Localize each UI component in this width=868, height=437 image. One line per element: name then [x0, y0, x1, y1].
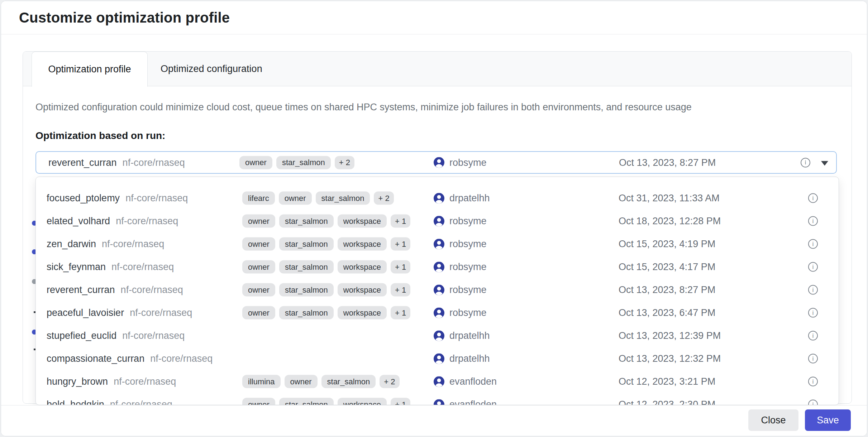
user-avatar-icon [434, 239, 444, 249]
run-title: sick_feynman nf-core/rnaseq [47, 261, 174, 273]
run-extra-tags-badge: + 1 [391, 283, 410, 297]
run-tag: owner [242, 306, 275, 320]
run-tag: owner [285, 375, 318, 388]
run-pipeline: nf-core/rnaseq [130, 307, 192, 318]
run-tag: owner [279, 192, 312, 205]
run-extra-tags-badge: + 2 [380, 375, 399, 388]
user-avatar-icon [434, 261, 444, 272]
run-tag: owner [239, 156, 272, 169]
run-user: robsyme [434, 284, 487, 296]
run-title: zen_darwin nf-core/rnaseq [47, 239, 164, 250]
run-tags: ownerstar_salmonworkspace+ 1 [242, 306, 410, 320]
customize-optimization-profile-dialog: Customize optimization profile Optimizat… [0, 0, 868, 437]
tab-strip: Optimization profile Optimized configura… [23, 52, 852, 86]
user-avatar-icon [434, 157, 444, 168]
run-option[interactable]: hungry_brown nf-core/rnaseq illuminaowne… [36, 370, 839, 393]
run-date: Oct 12, 2023, 2:30 PM [619, 399, 715, 405]
selected-run-user-name: robsyme [449, 157, 487, 168]
run-user-name: drpatelhh [449, 330, 490, 341]
run-tag: workspace [338, 283, 387, 297]
run-tag: star_salmon [321, 375, 376, 388]
run-date: Oct 15, 2023, 4:19 PM [619, 239, 715, 250]
run-name: hungry_brown [47, 376, 108, 387]
run-name: bold_hodgkin [47, 399, 104, 405]
save-button[interactable]: Save [805, 409, 851, 431]
run-option[interactable]: compassionate_curran nf-core/rnaseq drpa… [36, 347, 839, 370]
run-date: Oct 12, 2023, 3:21 PM [619, 376, 715, 387]
run-tag: star_salmon [279, 260, 334, 274]
run-date: Oct 18, 2023, 12:28 PM [619, 216, 721, 227]
run-user-name: evanfloden [449, 376, 497, 387]
run-title: elated_volhard nf-core/rnaseq [47, 216, 178, 227]
run-date: Oct 31, 2023, 11:33 AM [619, 193, 720, 204]
user-avatar-icon [434, 353, 444, 364]
run-tag: workspace [338, 237, 387, 251]
run-tag: owner [242, 215, 275, 228]
user-avatar-icon [434, 330, 444, 341]
info-icon[interactable] [801, 158, 810, 167]
run-option[interactable]: elated_volhard nf-core/rnaseq ownerstar_… [36, 210, 839, 232]
tab-optimized-configuration[interactable]: Optimized configuration [148, 52, 275, 86]
run-tag: star_salmon [279, 283, 334, 297]
user-avatar-icon [434, 193, 444, 203]
run-name: sick_feynman [47, 261, 106, 273]
run-user: robsyme [434, 261, 487, 273]
info-icon[interactable] [808, 400, 818, 405]
run-tag: star_salmon [279, 215, 334, 228]
run-tags: ownerstar_salmonworkspace+ 1 [242, 283, 410, 297]
tab-label: Optimized configuration [161, 63, 262, 75]
run-name: stupefied_euclid [47, 330, 116, 341]
run-pipeline: nf-core/rnaseq [122, 330, 185, 341]
run-option[interactable]: stupefied_euclid nf-core/rnaseq drpatelh… [36, 324, 839, 347]
run-tag: workspace [338, 215, 387, 228]
run-option[interactable]: zen_darwin nf-core/rnaseq ownerstar_salm… [36, 232, 839, 255]
run-tag: star_salmon [276, 156, 331, 169]
close-button[interactable]: Close [748, 409, 798, 431]
run-pipeline: nf-core/rnaseq [102, 239, 164, 250]
run-name: reverent_curran [47, 284, 115, 296]
run-tag: owner [242, 398, 275, 405]
info-icon[interactable] [808, 354, 818, 364]
run-pipeline: nf-core/rnaseq [111, 261, 174, 273]
run-user-name: robsyme [449, 216, 487, 227]
info-icon[interactable] [808, 377, 818, 386]
run-tag: workspace [338, 260, 387, 274]
selected-run-title: reverent_curran nf-core/rnaseq [48, 157, 185, 168]
info-icon[interactable] [808, 193, 818, 203]
info-icon[interactable] [808, 262, 818, 272]
run-extra-tags-badge: + 1 [391, 237, 410, 251]
run-user: drpatelhh [434, 193, 490, 204]
run-name: elated_volhard [47, 216, 110, 227]
run-option[interactable]: bold_hodgkin nf-core/rnaseq ownerstar_sa… [36, 393, 839, 405]
run-user-name: robsyme [449, 284, 487, 296]
run-extra-tags-badge: + 2 [374, 192, 394, 205]
run-user: robsyme [434, 239, 487, 250]
run-tag: workspace [338, 398, 387, 405]
run-option[interactable]: focused_ptolemy nf-core/rnaseq lifearcow… [36, 187, 839, 210]
user-avatar-icon [434, 216, 444, 226]
run-user-name: robsyme [449, 239, 487, 250]
run-title: bold_hodgkin nf-core/rnaseq [47, 399, 172, 405]
run-user: robsyme [434, 307, 487, 318]
info-icon[interactable] [808, 285, 818, 295]
run-option[interactable]: reverent_curran nf-core/rnaseq ownerstar… [36, 278, 839, 301]
info-icon[interactable] [808, 216, 818, 226]
user-avatar-icon [434, 376, 444, 387]
tab-optimization-profile[interactable]: Optimization profile [32, 52, 148, 87]
run-title: reverent_curran nf-core/rnaseq [47, 284, 183, 296]
run-name: zen_darwin [47, 239, 96, 250]
run-option[interactable]: peaceful_lavoisier nf-core/rnaseq owners… [36, 301, 839, 324]
run-select-control[interactable]: reverent_curran nf-core/rnaseq ownerstar… [35, 151, 837, 174]
run-tag: star_salmon [279, 237, 334, 251]
info-icon[interactable] [808, 239, 818, 249]
run-option[interactable]: sick_feynman nf-core/rnaseq ownerstar_sa… [36, 255, 839, 278]
info-icon[interactable] [808, 331, 818, 341]
info-icon[interactable] [808, 308, 818, 318]
selected-run-pipeline: nf-core/rnaseq [123, 157, 185, 168]
run-tag: star_salmon [279, 306, 334, 320]
run-name: peaceful_lavoisier [47, 307, 124, 318]
run-user: drpatelhh [434, 353, 490, 364]
run-tag: star_salmon [316, 192, 370, 205]
run-tag: owner [242, 260, 275, 274]
run-title: peaceful_lavoisier nf-core/rnaseq [47, 307, 192, 318]
